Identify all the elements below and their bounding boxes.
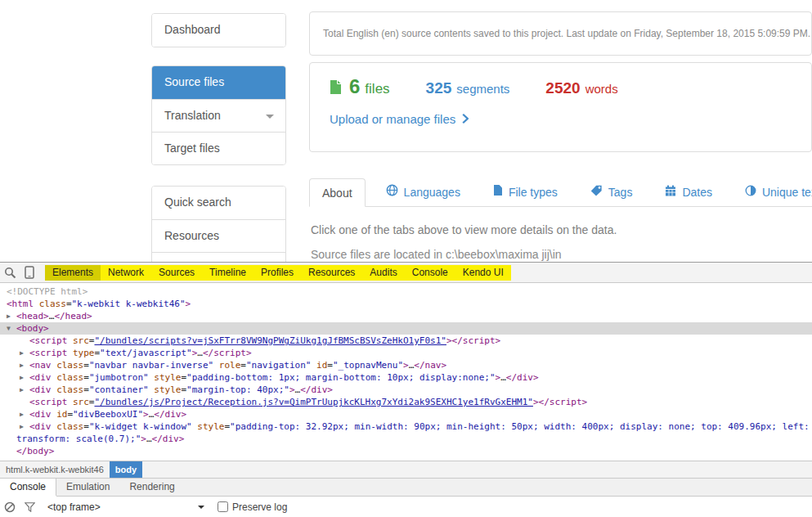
- preserve-log-toggle[interactable]: Preserve log: [218, 501, 287, 513]
- devtools-tabs: Elements Network Sources Timeline Profil…: [45, 265, 511, 281]
- dom-tree-node[interactable]: <script src="/bundles/js/Project/Recepti…: [0, 396, 812, 408]
- sidebar-item-target-files[interactable]: Target files: [152, 132, 285, 164]
- screen: Dashboard Source files Translation Targe…: [0, 0, 812, 517]
- frame-select-value: <top frame>: [47, 501, 101, 513]
- inspect-element-icon[interactable]: [0, 263, 20, 282]
- collapsed-arrow-icon[interactable]: ▶: [7, 310, 16, 322]
- devtools-tab-console[interactable]: Console: [405, 265, 455, 281]
- device-mode-icon[interactable]: [20, 263, 39, 282]
- dom-tree-node[interactable]: ▶<script type="text/javascript">…</scrip…: [0, 347, 812, 359]
- devtools-tab-resources[interactable]: Resources: [301, 265, 362, 281]
- upload-link-label: Upload or manage files: [330, 112, 455, 126]
- sidebar-item-source-files[interactable]: Source files: [152, 66, 285, 99]
- devtools-tab-timeline[interactable]: Timeline: [202, 265, 253, 281]
- tab-file-types[interactable]: File types: [481, 178, 570, 206]
- tab-label: Languages: [404, 178, 460, 206]
- collapsed-arrow-icon[interactable]: ▶: [20, 408, 29, 420]
- devtools-tab-profiles[interactable]: Profiles: [253, 265, 301, 281]
- sidebar-item-translation[interactable]: Translation: [152, 99, 285, 132]
- stats-row: 6 files 325 segments 2520 words: [330, 75, 792, 98]
- tab-unique-text[interactable]: Unique text: [733, 178, 812, 206]
- file-icon: [493, 178, 503, 206]
- tags-icon: [590, 178, 603, 206]
- stats-panel: 6 files 325 segments 2520 words Upload o…: [309, 62, 812, 152]
- tab-hint-text: Click one of the tabs above to view more…: [311, 223, 617, 236]
- console-toolbar: <top frame> Preserve log: [0, 497, 812, 517]
- project-summary-box: Total English (en) source contents saved…: [309, 11, 812, 56]
- chevron-right-icon: [462, 112, 469, 126]
- collapsed-arrow-icon[interactable]: ▶: [20, 384, 29, 396]
- segments-label: segments: [456, 82, 509, 96]
- devtools-toolbar: Elements Network Sources Timeline Profil…: [0, 263, 812, 283]
- green-file-icon: [330, 78, 344, 97]
- devtools-tab-elements[interactable]: Elements: [45, 265, 101, 281]
- preserve-log-checkbox[interactable]: [218, 501, 228, 512]
- tab-dates[interactable]: Dates: [653, 178, 725, 206]
- dom-tree-node[interactable]: ▶<nav class="navbar navbar-inverse" role…: [0, 359, 812, 371]
- dom-tree-node[interactable]: ▶<div id="divBeeboxUI">…</div>: [0, 408, 812, 420]
- tab-label: Unique text: [762, 178, 812, 206]
- words-label: words: [585, 82, 618, 96]
- chevron-down-icon: [266, 115, 274, 119]
- upload-manage-files-link[interactable]: Upload or manage files: [330, 112, 469, 126]
- dom-tree-node[interactable]: <!DOCTYPE html>: [0, 285, 812, 298]
- files-count: 6: [349, 75, 360, 98]
- dom-tree-node[interactable]: ▶<div class="container" style="margin-to…: [0, 384, 812, 396]
- expanded-arrow-icon[interactable]: ▼: [7, 322, 16, 335]
- stat-words: 2520 words: [545, 79, 617, 97]
- dom-tree-node[interactable]: </body>: [0, 445, 812, 457]
- globe-icon: [386, 178, 398, 206]
- sidebar-item-dashboard[interactable]: Dashboard: [152, 14, 285, 47]
- devtools-breadcrumb: html.k-webkit.k-webkit46 body: [0, 461, 812, 478]
- devtools-tab-sources[interactable]: Sources: [151, 265, 202, 281]
- dom-tree-node[interactable]: transform: scale(0.7);">…</div>: [0, 433, 812, 445]
- devtools-tab-audits[interactable]: Audits: [362, 265, 404, 281]
- segments-count: 325: [426, 79, 452, 97]
- drawer-tabs: Console Emulation Rendering: [0, 478, 812, 497]
- dom-tree-node[interactable]: <script src="/bundles/scripts?v=jSxFTrr8…: [0, 335, 812, 347]
- collapsed-arrow-icon[interactable]: ▶: [20, 371, 29, 384]
- sidebar-group-files: Source files Translation Target files: [151, 65, 286, 165]
- preserve-log-label: Preserve log: [232, 501, 287, 513]
- dom-tree-node[interactable]: ▼<body>: [0, 322, 812, 335]
- devtools-tab-kendo-ui[interactable]: Kendo UI: [455, 265, 511, 281]
- filter-icon[interactable]: [20, 497, 39, 517]
- sidebar-item-resources[interactable]: Resources: [152, 219, 285, 252]
- dom-tree-node[interactable]: ▶<div class="jumbotron" style="padding-b…: [0, 371, 812, 384]
- clear-console-icon[interactable]: [0, 497, 20, 517]
- tab-about[interactable]: About: [309, 178, 366, 207]
- breadcrumb-html[interactable]: html.k-webkit.k-webkit46: [0, 461, 110, 478]
- detail-tabs: About Languages File types Tags Dates Un…: [309, 178, 812, 207]
- elements-tree[interactable]: <!DOCTYPE html><html class="k-webkit k-w…: [0, 283, 812, 461]
- stat-segments: 325 segments: [426, 79, 510, 97]
- sidebar: Dashboard Source files Translation Targe…: [151, 13, 286, 285]
- words-count: 2520: [545, 79, 580, 97]
- half-circle-icon: [745, 178, 756, 206]
- dom-tree-node[interactable]: <html class="k-webkit k-webkit46">: [0, 298, 812, 310]
- drawer-tab-console[interactable]: Console: [0, 479, 56, 496]
- source-location-text: Source files are located in c:\beebox\ma…: [311, 248, 562, 261]
- dom-tree-node[interactable]: ▶<div class="k-widget k-window" style="p…: [0, 420, 812, 433]
- calendar-icon: [665, 178, 676, 206]
- dropdown-arrow-icon: [198, 506, 204, 509]
- collapsed-arrow-icon[interactable]: ▶: [20, 347, 29, 359]
- drawer-tab-rendering[interactable]: Rendering: [119, 479, 184, 496]
- stat-files: 6 files: [330, 75, 390, 98]
- tab-languages[interactable]: Languages: [374, 178, 473, 206]
- collapsed-arrow-icon[interactable]: ▶: [20, 420, 29, 433]
- sidebar-item-label: Translation: [164, 109, 221, 122]
- breadcrumb-body[interactable]: body: [110, 461, 142, 478]
- tab-label: About: [322, 179, 352, 207]
- devtools-panel: Elements Network Sources Timeline Profil…: [0, 262, 812, 517]
- tab-label: Tags: [608, 178, 633, 206]
- devtools-tab-network[interactable]: Network: [101, 265, 151, 281]
- dom-tree-node[interactable]: ▶<head>…</head>: [0, 310, 812, 322]
- tab-tags[interactable]: Tags: [578, 178, 645, 206]
- project-summary-text: Total English (en) source contents saved…: [323, 28, 810, 39]
- frame-context-select[interactable]: <top frame>: [47, 501, 204, 513]
- files-label: files: [365, 81, 389, 97]
- sidebar-item-quick-search[interactable]: Quick search: [152, 187, 285, 219]
- collapsed-arrow-icon[interactable]: ▶: [20, 359, 29, 371]
- sidebar-group-dashboard: Dashboard: [151, 13, 286, 47]
- drawer-tab-emulation[interactable]: Emulation: [56, 479, 119, 496]
